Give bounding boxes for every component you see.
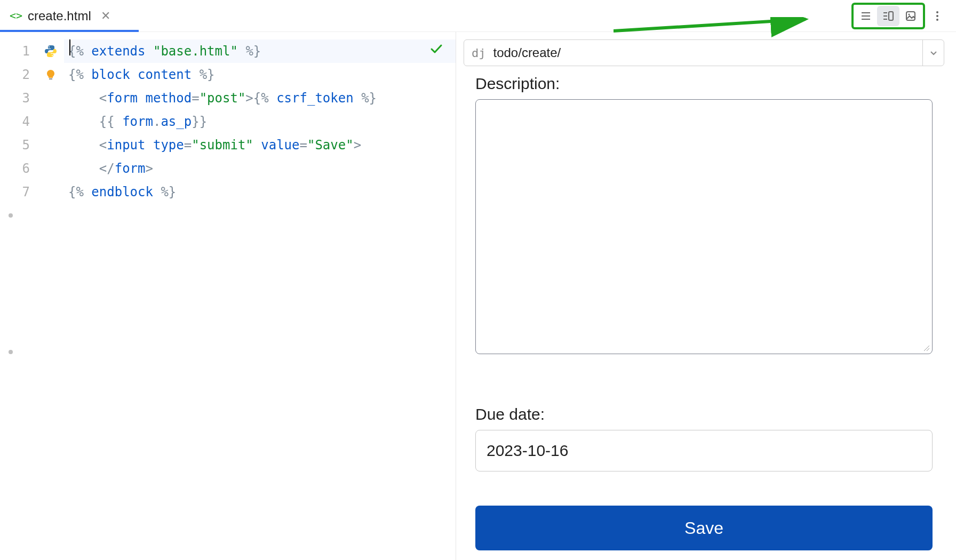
breakpoint-dot[interactable] bbox=[9, 350, 13, 354]
editor-pane: 1 2 3 4 5 6 7 bbox=[0, 32, 456, 560]
description-label: Description: bbox=[475, 75, 933, 93]
gutter-icons bbox=[37, 32, 64, 560]
view-editor-only-button[interactable] bbox=[855, 6, 877, 26]
code-area[interactable]: {% extends "base.html" %} {% block conte… bbox=[64, 32, 456, 560]
close-icon[interactable]: ✕ bbox=[101, 9, 110, 23]
main-split: 1 2 3 4 5 6 7 bbox=[0, 32, 956, 560]
svg-point-16 bbox=[52, 55, 53, 56]
tab-filename: create.html bbox=[28, 9, 91, 23]
line-number[interactable]: 6 bbox=[0, 157, 37, 180]
svg-rect-7 bbox=[889, 12, 893, 20]
line-number[interactable]: 7 bbox=[0, 180, 37, 204]
svg-rect-17 bbox=[49, 78, 52, 79]
code-line[interactable]: {{ form.as_p}} bbox=[64, 110, 456, 133]
svg-rect-8 bbox=[906, 12, 915, 20]
url-dropdown-button[interactable] bbox=[922, 40, 944, 66]
due-date-label: Due date: bbox=[475, 405, 933, 423]
svg-point-15 bbox=[49, 46, 50, 47]
code-line[interactable]: {% block content %} bbox=[64, 63, 456, 86]
line-number[interactable]: 3 bbox=[0, 86, 37, 110]
view-split-button[interactable] bbox=[877, 6, 899, 26]
code-line[interactable]: </form> bbox=[64, 157, 456, 180]
split-icon bbox=[882, 10, 894, 22]
lines-icon bbox=[860, 10, 872, 22]
line-number-gutter: 1 2 3 4 5 6 7 bbox=[0, 32, 37, 560]
code-line[interactable]: <input type="submit" value="Save"> bbox=[64, 133, 456, 157]
svg-text:<>: <> bbox=[10, 10, 22, 22]
preview-pane: dj todo/create/ Description: Due date: S… bbox=[456, 32, 956, 560]
save-button[interactable]: Save bbox=[475, 506, 933, 550]
breakpoint-dot[interactable] bbox=[9, 213, 13, 218]
url-bar[interactable]: dj todo/create/ bbox=[464, 39, 944, 66]
view-preview-only-button[interactable] bbox=[899, 6, 922, 26]
preview-form: Description: Due date: Save bbox=[464, 66, 944, 550]
resize-handle-icon[interactable] bbox=[923, 345, 930, 352]
svg-point-9 bbox=[909, 13, 910, 15]
line-number[interactable]: 5 bbox=[0, 133, 37, 157]
svg-point-12 bbox=[936, 19, 938, 21]
bulb-icon[interactable] bbox=[37, 63, 64, 86]
code-line[interactable]: <form method="post">{% csrf_token %} bbox=[64, 86, 456, 110]
svg-line-18 bbox=[924, 346, 929, 351]
url-prefix: dj bbox=[464, 46, 493, 60]
line-number[interactable]: 2 bbox=[0, 63, 37, 86]
text-cursor bbox=[69, 39, 70, 55]
image-icon bbox=[905, 10, 917, 22]
svg-line-19 bbox=[927, 348, 929, 351]
more-options-button[interactable] bbox=[929, 6, 945, 26]
tab-create-html[interactable]: <> create.html ✕ bbox=[0, 0, 120, 31]
description-textarea[interactable] bbox=[475, 99, 933, 354]
code-line[interactable]: {% endblock %} bbox=[64, 180, 456, 204]
html-file-icon: <> bbox=[10, 10, 22, 22]
code-line[interactable]: {% extends "base.html" %} bbox=[64, 39, 456, 63]
toolbar-right bbox=[851, 3, 956, 29]
chevron-down-icon bbox=[929, 49, 938, 57]
svg-line-14 bbox=[614, 19, 806, 31]
due-date-input[interactable] bbox=[475, 430, 933, 471]
view-mode-group bbox=[851, 3, 925, 29]
svg-point-11 bbox=[936, 15, 938, 17]
python-icon[interactable] bbox=[37, 39, 64, 63]
tab-bar: <> create.html ✕ bbox=[0, 0, 956, 32]
kebab-icon bbox=[936, 10, 939, 22]
check-icon[interactable] bbox=[429, 42, 444, 60]
line-number[interactable]: 1 bbox=[0, 39, 37, 63]
url-path[interactable]: todo/create/ bbox=[493, 45, 923, 60]
svg-point-10 bbox=[936, 11, 938, 13]
line-number[interactable]: 4 bbox=[0, 110, 37, 133]
